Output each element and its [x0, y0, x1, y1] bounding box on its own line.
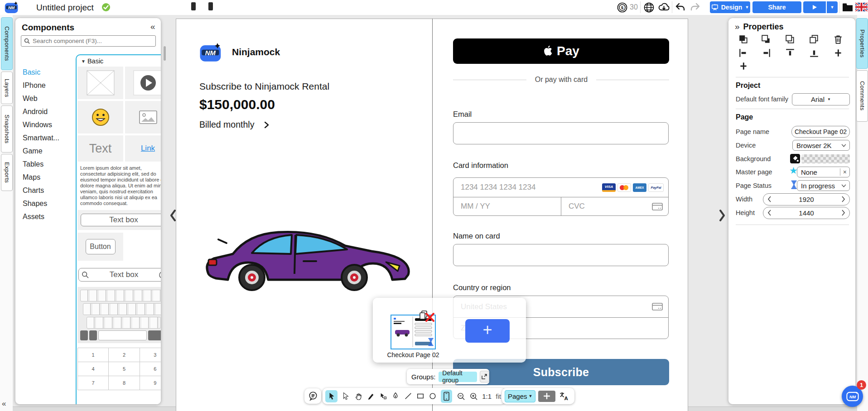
width-stepper[interactable]: 1920 — [763, 193, 850, 206]
align-bottom-button[interactable] — [809, 48, 819, 58]
language-flag-icon[interactable] — [855, 3, 868, 11]
group-header[interactable]: ▼ Basic — [81, 57, 161, 65]
comments-tool-pill[interactable] — [304, 388, 321, 404]
globe-icon[interactable] — [643, 2, 655, 13]
preview-play-button[interactable] — [803, 1, 826, 13]
page-brand-logo[interactable]: NM — [199, 43, 222, 62]
category-game[interactable]: Game — [22, 144, 72, 158]
card-info-group[interactable]: 1234 1234 1234 1234 VISA AMEX PayPal MM … — [453, 177, 669, 216]
pan-tool[interactable] — [354, 392, 363, 401]
sidebar-tab-snapshots[interactable]: Snapshots — [1, 105, 13, 153]
align-center-vertical-button[interactable] — [738, 61, 748, 71]
zoom-actual-button[interactable]: 1:1 — [482, 392, 492, 400]
zoom-in-tool[interactable] — [469, 392, 478, 401]
category-windows[interactable]: Windows — [22, 118, 72, 131]
category-tables[interactable]: Tables — [22, 158, 72, 171]
expand-groups-button[interactable] — [480, 371, 489, 382]
name-on-card-input[interactable] — [453, 244, 669, 266]
ellipse-tool[interactable] — [429, 392, 437, 400]
direct-select-tool[interactable] — [342, 392, 350, 400]
preview-dropdown-button[interactable]: ▼ — [826, 1, 838, 13]
panel-scrollbar-thumb[interactable] — [164, 46, 166, 61]
search-input[interactable] — [32, 37, 155, 45]
cloud-sync-icon[interactable] — [658, 2, 670, 13]
stepper-increase-icon[interactable] — [841, 210, 845, 216]
align-center-horizontal-button[interactable] — [833, 48, 843, 58]
page-status-select[interactable]: In progress — [797, 180, 850, 191]
order-to-front-button[interactable] — [738, 34, 748, 44]
collapse-right-panel-handle[interactable] — [719, 209, 726, 222]
component-emoji[interactable] — [77, 101, 123, 134]
component-search[interactable] — [21, 35, 156, 47]
expiry-field[interactable]: MM / YY — [453, 197, 561, 215]
component-numpad[interactable]: 1 2 3 4 5 6 7 8 9 — [77, 348, 161, 390]
name-on-card-label[interactable]: Name on card — [453, 232, 500, 240]
order-to-back-button[interactable] — [761, 34, 771, 44]
sidebar-tab-layers[interactable]: Layers — [1, 72, 13, 104]
category-maps[interactable]: Maps — [22, 171, 72, 184]
credits-coin-icon[interactable]: $ — [617, 2, 627, 13]
component-video-player[interactable] — [125, 67, 161, 99]
component-textbox-wrap[interactable]: Text box — [77, 210, 161, 230]
sidebar-tab-components[interactable]: Components — [1, 17, 13, 70]
component-image-placeholder[interactable] — [77, 67, 123, 99]
component-image[interactable] — [125, 101, 161, 134]
category-web[interactable]: Web — [22, 92, 72, 105]
zoom-out-tool[interactable] — [457, 392, 465, 401]
category-assets[interactable]: Assets — [22, 210, 72, 223]
right-tab-properties[interactable]: Properties — [856, 18, 868, 69]
paint-bucket-icon[interactable] — [790, 154, 800, 163]
rectangle-tool[interactable] — [416, 392, 424, 400]
share-button[interactable]: Share — [752, 1, 801, 13]
category-basic[interactable]: Basic — [22, 66, 72, 79]
duplicate-button[interactable] — [809, 34, 819, 44]
stepper-decrease-icon[interactable] — [767, 196, 772, 202]
master-star-icon[interactable]: ★ — [789, 165, 798, 176]
cvc-field[interactable]: CVC — [561, 197, 668, 215]
component-lorem-text[interactable]: Lorem ipsum dolor sit amet, consectetur … — [80, 165, 161, 206]
align-left-button[interactable] — [738, 48, 748, 58]
component-button-wrap[interactable]: Button — [77, 233, 123, 261]
master-page-input[interactable]: None × — [797, 167, 850, 177]
clear-master-icon[interactable]: × — [840, 168, 849, 176]
component-text[interactable]: Text — [77, 135, 123, 162]
country-label[interactable]: Country or region — [453, 283, 511, 292]
page-billing-row[interactable]: Billed monthly — [199, 119, 269, 130]
pages-button[interactable]: Pages ▼ — [505, 390, 535, 402]
email-input[interactable] — [453, 122, 669, 144]
page-thumbnail-label[interactable]: Checkout Page 02 — [381, 351, 445, 358]
component-search-textbox[interactable]: Text box — [78, 268, 161, 282]
translate-tool[interactable]: A — [559, 391, 569, 401]
pen-tool[interactable] — [391, 392, 400, 400]
project-title[interactable]: Untitled project — [36, 3, 94, 13]
line-tool[interactable] — [404, 392, 412, 400]
stepper-increase-icon[interactable] — [841, 196, 845, 202]
align-right-button[interactable] — [761, 48, 771, 58]
component-keyboard[interactable] — [77, 287, 161, 343]
align-top-button[interactable] — [785, 48, 795, 58]
marker-tool[interactable] — [367, 392, 375, 400]
device-frame-tool[interactable] — [441, 390, 452, 403]
right-tab-comments[interactable]: Comments — [856, 70, 868, 122]
redo-icon[interactable] — [690, 2, 701, 12]
page-name-input[interactable]: Checkout Page 02 — [791, 126, 850, 138]
category-smartwatch[interactable]: Smartwat... — [22, 131, 72, 144]
page-price[interactable]: $150,000.00 — [199, 97, 275, 112]
page-heading[interactable]: Subscribe to Ninjamock Rental — [199, 81, 329, 92]
or-divider-text[interactable]: Or pay with card — [531, 76, 592, 84]
height-stepper[interactable]: 1440 — [763, 207, 850, 219]
font-family-select[interactable]: Arial ▼ — [792, 93, 850, 105]
select-tool[interactable] — [325, 390, 338, 402]
collapse-left-panel-handle[interactable] — [169, 209, 177, 222]
zoom-fit-button[interactable]: fit — [496, 392, 501, 400]
add-page-toolbar-button[interactable] — [538, 391, 555, 402]
email-label[interactable]: Email — [453, 110, 472, 119]
add-page-button[interactable]: + — [465, 319, 510, 343]
sidebar-tab-exports[interactable]: Exports — [1, 154, 13, 191]
collapse-properties-icon[interactable]: » — [735, 22, 740, 32]
category-iphone[interactable]: IPhone — [22, 79, 72, 92]
card-info-label[interactable]: Card information — [453, 161, 508, 170]
device-select[interactable]: Browser 2K — [792, 140, 850, 151]
app-logo-icon[interactable]: NM — [5, 1, 19, 14]
page-brand-name[interactable]: Ninjamock — [232, 47, 280, 57]
